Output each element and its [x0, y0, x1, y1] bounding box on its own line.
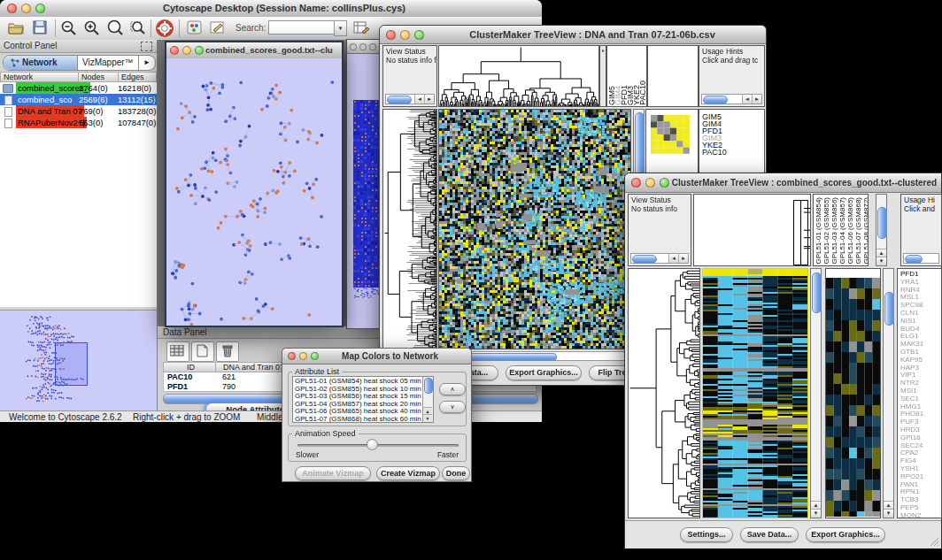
tv2-gene-list[interactable]: PFD1YRA1RNR4MSL1SPC98CLN1NIS1BUD4ELG1MAK… [900, 271, 923, 518]
tab-network[interactable]: Network [4, 56, 78, 70]
network-name: RNAPuberNov2+| [16, 117, 87, 128]
treeview1-title: ClusterMaker TreeView : DNA and Tran 07-… [428, 26, 757, 43]
treeview2-titlebar[interactable]: ClusterMaker TreeView : combined_scores_… [625, 173, 941, 193]
float-panel-icon[interactable] [141, 42, 152, 51]
scroll-left-icon[interactable]: ◄ [414, 95, 424, 104]
attribute-list-item[interactable]: GPL51-07 (GSM868) heat shock 60 min [295, 416, 421, 423]
tv1-heatmap[interactable] [438, 109, 631, 349]
create-vizmap-button[interactable]: Create Vizmap [376, 466, 440, 480]
close-icon[interactable] [7, 4, 17, 13]
scroll-down-icon[interactable]: ▼ [423, 414, 432, 422]
tv1-gene-list[interactable]: GIM5GIM4PFD1GIM3YKE2PAC10 [702, 113, 727, 156]
scroll-down-icon[interactable]: ▼ [811, 509, 821, 518]
close-icon[interactable] [170, 46, 179, 55]
resize-grip-icon[interactable] [929, 536, 939, 547]
map-dialog-titlebar[interactable]: Map Colors to Network [282, 349, 471, 364]
tv2-column-labels[interactable]: GPL51-01 (GSM854)GPL51-02 (GSM855)GPL51-… [815, 194, 869, 265]
tv1-column-dendrogram[interactable] [438, 45, 599, 107]
column-header-nodes[interactable]: Nodes [78, 72, 119, 82]
column-header-network[interactable]: Network [0, 72, 79, 82]
done-button[interactable]: Done [442, 466, 470, 480]
tv2-settings-button[interactable]: Settings... [680, 527, 733, 542]
minimize-icon[interactable] [400, 30, 410, 40]
network-table-row[interactable]: combined_scores_2764(0)16218(0) [0, 82, 157, 94]
tv2-usage-hints-hscrollbar[interactable] [903, 253, 939, 264]
attribute-listbox[interactable]: GPL51-01 (GSM854) heat shock 05 minGPL51… [292, 376, 434, 423]
tv1-row-dendrogram[interactable] [382, 109, 437, 349]
tv2-export-graphics-button[interactable]: Export Graphics... [806, 527, 885, 542]
attribute-list-vscrollbar[interactable]: ▲ ▼ [422, 377, 433, 422]
annotation-icon[interactable] [209, 19, 228, 37]
scroll-right-icon[interactable]: ► [678, 254, 688, 263]
scroll-down-icon[interactable]: ▼ [884, 509, 893, 518]
tv2-heatmap[interactable] [702, 268, 808, 518]
table-view-button[interactable] [166, 341, 189, 362]
move-attribute-down-button[interactable]: ∨ [439, 401, 466, 413]
minimize-icon[interactable] [182, 46, 191, 55]
search-input[interactable] [268, 20, 336, 35]
zoom-fit-icon[interactable] [129, 19, 149, 37]
minimize-icon[interactable] [21, 4, 31, 13]
help-lifering-icon[interactable] [156, 19, 175, 37]
delete-attribute-button[interactable] [216, 341, 239, 362]
tab-vizmapper[interactable]: VizMapper™ [78, 56, 138, 70]
scroll-left-icon[interactable]: ◄ [668, 254, 678, 263]
network-table-row[interactable]: RNAPuberNov2+|563(0)107847(0) [0, 117, 157, 128]
save-icon[interactable] [32, 19, 51, 37]
network-table-row[interactable]: DNA and Tran 07769(0)183728(0) [0, 105, 157, 117]
scroll-right-icon[interactable]: ► [752, 95, 761, 104]
tv1-column-labels[interactable]: GIM5GIM4PFD1GIM3YKE2PAC10 [609, 47, 646, 105]
minimize-icon[interactable] [359, 43, 367, 50]
scroll-right-icon[interactable]: ► [424, 95, 434, 104]
birdseye-view[interactable] [0, 310, 157, 411]
tv2-zoom-vscrollbar[interactable]: ▲ ▼ [883, 268, 894, 518]
tv2-zoom-view[interactable] [826, 278, 880, 517]
zoom-window-icon[interactable] [369, 43, 376, 50]
tv2-save-data-button[interactable]: Save Data... [740, 527, 799, 542]
network-view-titlebar[interactable]: combined_scores_good.txt--cluste... [166, 42, 342, 59]
tab-overflow-button[interactable]: ► [138, 56, 155, 70]
vizmapper-icon[interactable] [186, 19, 205, 37]
tv1-view-status-hscrollbar[interactable]: ◄ ► [385, 94, 435, 104]
zoom-selected-icon[interactable] [106, 19, 126, 37]
tv1-correlation-matrix[interactable] [651, 115, 690, 154]
attribute-browser-icon[interactable] [352, 19, 372, 37]
column-header-id[interactable]: ID [163, 362, 216, 372]
close-icon[interactable] [350, 43, 357, 50]
animation-slider-thumb[interactable] [367, 439, 378, 450]
network-graph-canvas[interactable] [166, 58, 342, 326]
tv2-column-vscrollbar[interactable]: ▲ ▼ [876, 194, 887, 266]
tv2-row-dendrogram[interactable] [628, 268, 700, 518]
treeview1-titlebar[interactable]: ClusterMaker TreeView : DNA and Tran 07-… [380, 26, 766, 44]
expand-icon[interactable]: ► [601, 48, 606, 53]
minimize-icon[interactable] [645, 178, 655, 188]
scroll-left-icon[interactable]: ◄ [742, 95, 752, 104]
close-icon[interactable] [631, 178, 641, 188]
zoom-out-icon[interactable] [60, 19, 80, 37]
tv2-column-dendrogram[interactable] [693, 194, 811, 266]
zoom-window-icon[interactable] [195, 46, 204, 55]
animation-slider-track[interactable] [297, 444, 459, 447]
tv1-export-graphics-button[interactable]: Export Graphics... [506, 365, 582, 380]
zoom-window-icon[interactable] [414, 30, 424, 40]
minimize-icon[interactable] [299, 352, 307, 360]
toolbar-separator [151, 19, 151, 37]
dense-network-view[interactable] [353, 100, 380, 298]
animate-vizmap-button[interactable]: Animate Vizmap [295, 466, 371, 480]
tv1-usage-hints-hscrollbar[interactable]: ◄ ► [701, 94, 762, 104]
scroll-down-icon[interactable]: ▼ [876, 257, 886, 265]
zoom-in-icon[interactable] [83, 19, 103, 37]
close-icon[interactable] [386, 30, 396, 40]
new-attribute-button[interactable] [191, 341, 214, 362]
column-header-edges[interactable]: Edges [118, 72, 157, 82]
tv2-heatmap-vscrollbar[interactable]: ▲ ▼ [810, 268, 822, 518]
main-titlebar[interactable]: Cytoscape Desktop (Session Name: collins… [0, 0, 542, 18]
network-table-row[interactable]: combined_sco2569(6)13112(15) [0, 94, 157, 105]
close-icon[interactable] [288, 352, 296, 360]
tv2-view-status-hscrollbar[interactable]: ◄ ► [630, 253, 689, 264]
zoom-window-icon[interactable] [660, 178, 669, 188]
tv2-column-label: GPL51-01 (GSM854) [815, 197, 822, 265]
move-attribute-up-button[interactable]: ∧ [439, 383, 466, 395]
open-file-icon[interactable] [7, 19, 27, 37]
search-dropdown-icon[interactable]: ▼ [334, 20, 347, 36]
